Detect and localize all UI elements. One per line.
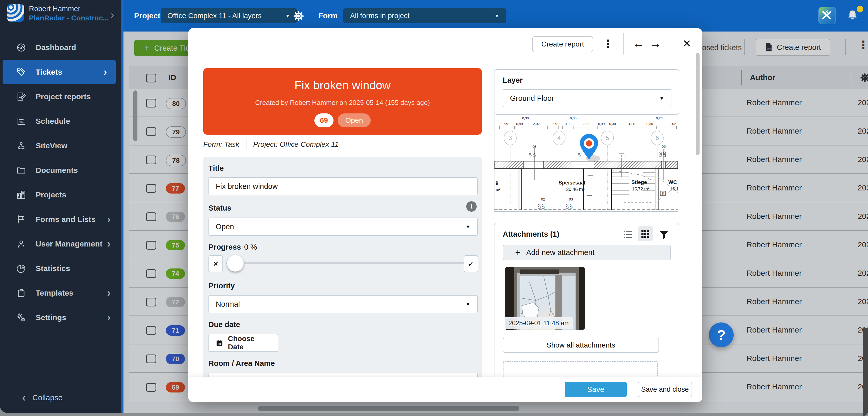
plan-annotation: 05 [661,144,666,149]
sidebar-item-statistics[interactable]: Statistics [0,256,119,280]
ticket-project-line: Project: Office Complex 11 [253,140,339,149]
planradar-logo[interactable] [7,4,24,22]
progress-clear-button[interactable]: × [209,255,223,272]
app-window: Project Office Complex 11 - All layers ▼… [0,0,868,413]
sidebar-item-tickets[interactable]: Tickets› [3,60,116,84]
app-logo-icon[interactable] [818,7,836,24]
ticket-status-badge: Open [338,113,371,127]
chevron-right-icon[interactable]: › [111,9,114,21]
layer-select-value: Ground Floor [510,94,554,102]
ticket-pin-icon [580,134,600,161]
save-button[interactable]: Save [565,382,627,397]
grid-view-icon[interactable] [638,226,653,241]
pie-icon [16,263,26,274]
add-attachment-button[interactable]: + Add new attachment [503,245,671,260]
plan-annotation: g [496,180,499,185]
plan-annotation: 2,02 [669,122,676,126]
sidebar-item-label: Projects [36,190,66,199]
buildings-icon [16,190,26,200]
collapse-label: Collapse [32,393,63,402]
choose-date-button[interactable]: Choose Date [209,334,278,352]
create-report-label: Create report [541,40,584,48]
show-all-attachments-button[interactable]: Show all attachments [503,338,659,353]
plan-annotation: 2,00 [659,151,663,158]
form-select[interactable]: All forms in project ▼ [343,8,506,23]
progress-slider-track[interactable] [226,262,465,264]
plan-annotation: 4,00 [628,122,635,126]
list-view-icon[interactable] [622,229,634,241]
chevron-down-icon: ▼ [285,13,290,18]
gear-icon[interactable] [291,8,306,24]
sidebar-item-schedule[interactable]: Schedule [0,109,119,133]
report-icon [16,91,26,102]
sidebar-item-projects[interactable]: Projects [0,182,119,207]
ticket-created-line: Created by Robert Hammer on 2025-05-14 (… [203,99,482,107]
project-select[interactable]: Office Complex 11 - All layers ▼ [161,8,297,23]
choose-date-label: Choose Date [228,335,271,351]
form-select-value: All forms in project [350,11,409,20]
layer-select[interactable]: Ground Floor ▼ [503,89,672,107]
sidebar-item-label: Project reports [36,92,91,101]
notification-dot [857,6,863,12]
layer-panel: Layer Ground Floor ▼ [494,69,679,115]
sidebar-nav: DashboardTickets›Project reportsSchedule… [0,35,119,330]
plan-annotation: 2,02 [533,122,539,126]
plan-annotation: 2,10 [542,204,545,209]
plan-annotation: 1 [621,154,623,158]
clipboard-icon [16,288,26,298]
floor-plan[interactable]: 0,300,300,260,990,992,020,990,992,020,99… [494,115,678,212]
sidebar-item-siteview[interactable]: SiteView [0,133,119,158]
ticket-form-panel: Title Fix broken window Status i Open ▼ … [203,157,482,402]
close-icon[interactable]: × [679,35,695,52]
kebab-menu-icon[interactable]: ⋮ [602,36,615,52]
layer-label: Layer [503,76,523,85]
plan-annotation: 8 [589,196,591,200]
form-label: Form [318,11,338,20]
plan-annotation: 30,46 m² [566,187,584,192]
plan-annotation: 0,99 [598,122,604,126]
plus-icon: + [515,247,521,258]
plan-annotation: 0,30 [570,116,576,120]
priority-select[interactable]: Normal ▼ [209,295,478,313]
status-label: Status [209,204,231,212]
plan-annotation: Stiege [631,179,647,185]
arrow-left-icon[interactable]: ← [630,35,647,52]
sidebar: Robert Hammer PlanRadar - Construc... › … [0,0,123,413]
account-name[interactable]: PlanRadar - Construc... [29,14,109,22]
chevron-right-icon: › [107,287,111,299]
tag-icon [16,67,26,77]
help-button[interactable]: ? [709,323,734,347]
progress-slider-handle[interactable] [227,255,244,272]
gears-icon [16,313,26,323]
chevron-right-icon: › [103,66,107,78]
title-input[interactable]: Fix broken window [209,177,478,195]
status-select-value: Open [216,222,234,231]
create-report-button[interactable]: Create report [532,36,593,52]
attachment-thumbnail[interactable]: 2025-09-01 11:48 am [505,267,585,330]
sidebar-item-project-reports[interactable]: Project reports [0,84,119,109]
sidebar-item-label: Statistics [36,264,70,273]
info-icon[interactable]: i [466,201,476,212]
flag-icon [16,214,26,225]
sidebar-item-settings[interactable]: Settings› [0,305,119,330]
save-and-close-button[interactable]: Save and close [638,382,692,397]
status-select[interactable]: Open ▼ [209,217,478,236]
modal-scrollbar[interactable] [696,53,700,155]
progress-label: Progress [209,243,241,251]
sidebar-item-forms-and-lists[interactable]: Forms and Lists› [0,207,119,232]
arrow-right-icon[interactable]: → [648,35,664,52]
sidebar-item-label: Settings [36,313,66,322]
title-input-value: Fix broken window [216,182,278,191]
user-icon [16,239,26,249]
sidebar-item-dashboard[interactable]: Dashboard [0,35,119,60]
plan-annotation: 0,99 [501,122,508,126]
sidebar-item-user-management[interactable]: User Management› [0,232,119,256]
sidebar-item-templates[interactable]: Templates› [0,280,119,305]
sidebar-item-label: Tickets [36,68,62,77]
plan-annotation: 15,72 m² [632,186,649,191]
sidebar-item-documents[interactable]: Documents [0,158,119,182]
progress-confirm-button[interactable]: ✓ [464,255,478,272]
plan-annotation: Speisesaal [559,180,585,185]
filter-icon[interactable] [658,229,670,241]
collapse-button[interactable]: ‹ Collapse [0,389,142,407]
